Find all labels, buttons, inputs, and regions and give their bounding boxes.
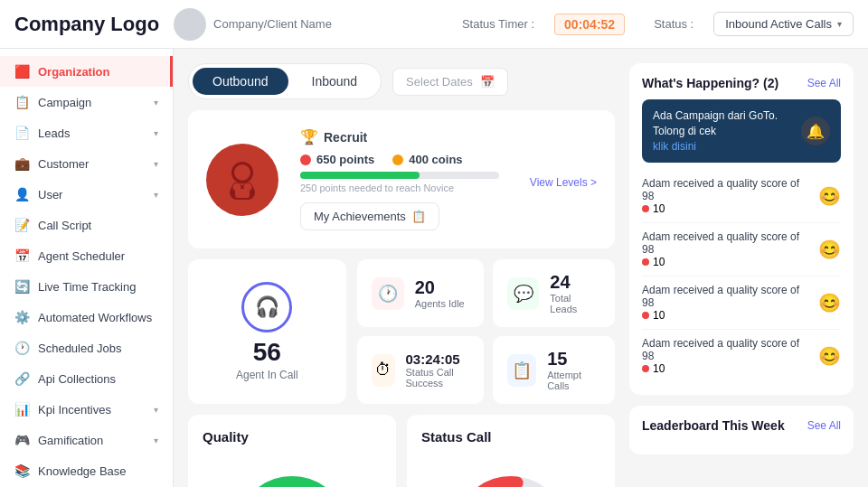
sidebar-item-api-collections[interactable]: 🔗 Api Collections (0, 363, 173, 394)
status-call-success-info: 03:24:05 Status Call Success (406, 351, 469, 389)
sidebar-item-organization[interactable]: 🟥 Organization (0, 56, 173, 87)
agent-info: 🏆 Recruit 650 points 400 coins (300, 128, 597, 230)
tab-outbound[interactable]: Outbound (193, 68, 288, 95)
status-timer-label: Status Timer : (462, 17, 534, 31)
quality-title: Quality (203, 429, 382, 445)
progress-label: 250 points needed to reach Novice (300, 183, 499, 193)
user-icon: 👤 (14, 187, 29, 201)
agents-idle-label: Agents Idle (415, 298, 465, 309)
sidebar-item-campaign[interactable]: 📋 Campaign ▾ (0, 87, 173, 117)
progress-bar (300, 172, 499, 179)
status-dropdown[interactable]: Inbound Active Calls ▾ (713, 12, 854, 36)
agent-scheduler-icon: 📅 (14, 248, 29, 263)
progress-bar-fill (300, 172, 420, 179)
leaderboard-see-all[interactable]: See All (807, 419, 841, 432)
coins-dot (392, 155, 403, 165)
whats-happening-see-all[interactable]: See All (807, 77, 841, 89)
sidebar-item-kpi-incentives[interactable]: 📊 Kpi Incentives ▾ (0, 394, 173, 425)
sidebar-item-gamification[interactable]: 🎮 Gamification ▾ (0, 425, 173, 455)
calendar-icon: 📅 (480, 75, 495, 89)
gamification-icon: 🎮 (14, 433, 29, 447)
date-selector[interactable]: Select Dates 📅 (392, 68, 508, 96)
trophy-icon: 🏆 (300, 128, 318, 145)
leaderboard-title: Leaderboard This Week (642, 418, 785, 433)
status-call-success-icon: ⏱ (372, 354, 395, 387)
status-dropdown-value: Inbound Active Calls (725, 17, 832, 31)
quality-score-1: 10 (642, 202, 809, 215)
sidebar-item-label: Live Time Tracking (38, 280, 136, 294)
client-name: Company/Client Name (213, 17, 332, 31)
sidebar-item-knowledge-base[interactable]: 📚 Knowledge Base (0, 455, 173, 486)
api-collections-icon: 🔗 (14, 371, 29, 386)
sidebar-item-automated-workflows[interactable]: ⚙️ Automated Workflows (0, 302, 173, 332)
sidebar-item-label: Kpi Incentives (38, 403, 111, 417)
tab-inbound[interactable]: Inbound (292, 68, 378, 95)
chevron-icon: ▾ (154, 128, 158, 138)
svg-rect-5 (235, 189, 250, 198)
sidebar-item-leads[interactable]: 📄 Leads ▾ (0, 117, 173, 148)
coins-item: 400 coins (392, 153, 462, 166)
agent-rank: 🏆 Recruit (300, 128, 597, 145)
tab-bar-container: Outbound Inbound Select Dates 📅 (188, 63, 615, 99)
kpi-incentives-icon: 📊 (14, 402, 29, 417)
sidebar-item-agent-scheduler[interactable]: 📅 Agent Scheduler (0, 240, 173, 271)
status-label: Status : (654, 17, 693, 31)
company-logo: Company Logo (14, 13, 159, 36)
leads-icon: 📄 (14, 126, 29, 140)
agent-in-call-label: Agent In Call (236, 369, 298, 381)
content-area: Outbound Inbound Select Dates 📅 (174, 49, 868, 487)
quality-notification-item-4: Adam received a quality score of 98 10 😊 (642, 330, 841, 382)
happening-link[interactable]: klik disini (653, 140, 696, 153)
whats-happening-card: What's Happening? (2) See All Ada Campai… (629, 63, 854, 395)
scheduled-jobs-icon: 🕐 (14, 341, 29, 355)
happening-main-text: Ada Campaign dari GoTo. Tolong di cek kl… (653, 108, 792, 154)
tab-bar: Outbound Inbound (188, 63, 382, 99)
status-call-success-value: 03:24:05 (406, 351, 469, 367)
main-panel: Outbound Inbound Select Dates 📅 (188, 63, 615, 473)
progress-row: 250 points needed to reach Novice View L… (300, 172, 597, 193)
chevron-icon: ▾ (154, 159, 158, 169)
sidebar-item-call-script[interactable]: 📝 Call Script (0, 210, 173, 240)
points-value: 650 points (316, 153, 374, 166)
status-call-gauge: 35 (421, 455, 600, 487)
points-row: 650 points 400 coins (300, 153, 597, 166)
sidebar-item-user[interactable]: 👤 User ▾ (0, 179, 173, 210)
sidebar-item-label: Scheduled Jobs (38, 342, 122, 355)
sidebar-item-scheduled-jobs[interactable]: 🕐 Scheduled Jobs (0, 332, 173, 363)
automated-workflows-icon: ⚙️ (14, 310, 29, 324)
right-panel: What's Happening? (2) See All Ada Campai… (629, 63, 854, 473)
headset-icon: 🎧 (255, 295, 279, 319)
quality-emoji-icon: 😊 (818, 239, 841, 260)
header: Company Logo Company/Client Name Status … (0, 0, 868, 49)
whats-happening-header: What's Happening? (2) See All (642, 76, 841, 90)
chevron-icon: ▾ (154, 98, 158, 108)
sidebar-item-label: Knowledge Base (38, 464, 127, 478)
avatar (174, 8, 206, 41)
sidebar-item-live-time-tracking[interactable]: 🔄 Live Time Tracking (0, 271, 173, 302)
sidebar-item-customer[interactable]: 💼 Customer ▾ (0, 148, 173, 179)
view-levels-link[interactable]: View Levels > (530, 176, 597, 189)
achievements-btn-label: My Achievements (314, 210, 406, 223)
status-timer-value: 00:04:52 (554, 14, 625, 35)
agent-avatar (206, 144, 278, 216)
sidebar-item-label: Automated Workflows (38, 311, 152, 324)
quality-notification-item-3: Adam received a quality score of 98 10 😊 (642, 276, 841, 330)
whats-happening-title: What's Happening? (2) (642, 76, 778, 90)
happening-main-item: Ada Campaign dari GoTo. Tolong di cek kl… (642, 99, 841, 163)
sidebar-item-label: Campaign (38, 96, 91, 109)
total-leads-label: Total Leads (550, 293, 600, 314)
date-placeholder: Select Dates (406, 75, 473, 89)
sidebar-item-label: Gamification (38, 434, 103, 447)
headset-icon-wrap: 🎧 (241, 282, 292, 332)
achievements-button[interactable]: My Achievements 📋 (300, 202, 439, 230)
agents-idle-value: 20 (415, 277, 465, 298)
leaderboard-header: Leaderboard This Week See All (642, 418, 841, 433)
points-item: 650 points (300, 153, 374, 166)
score-dot (642, 205, 649, 212)
bottom-row: Quality 72 Score Received Status Call (188, 415, 615, 487)
gauge-container: 72 (203, 455, 382, 487)
hero-card: 🏆 Recruit 650 points 400 coins (188, 110, 615, 248)
quality-score-2: 10 (642, 256, 809, 268)
stat-status-call-success: ⏱ 03:24:05 Status Call Success (357, 336, 484, 404)
achievements-icon: 📋 (411, 210, 426, 223)
